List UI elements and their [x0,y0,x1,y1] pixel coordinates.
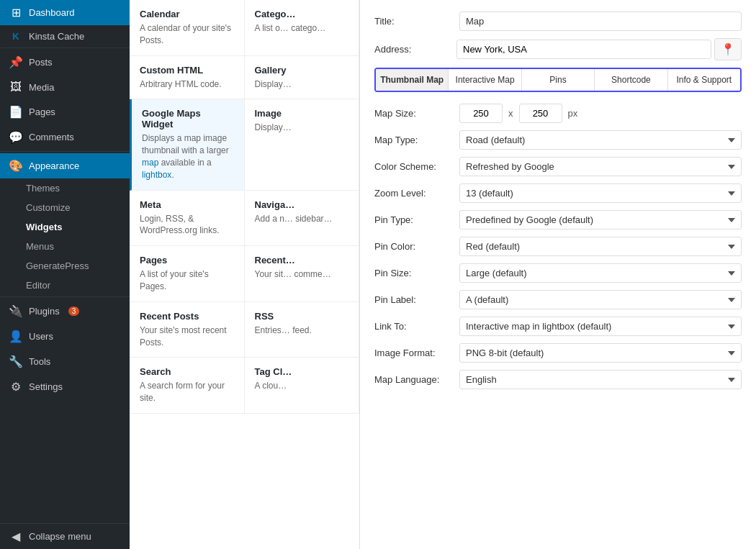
media-icon: 🖼 [9,81,23,94]
sidebar-item-users[interactable]: 👤 Users [0,324,130,349]
color-scheme-label: Color Scheme: [374,161,454,172]
size-x-separator: x [508,108,513,119]
title-label: Title: [374,16,454,27]
map-type-row: Map Type: Road (default) Satellite Terra… [374,130,742,150]
widget-rss[interactable]: RSS Entries… feed. [245,302,360,358]
widget-recent-posts[interactable]: Recent Posts Your site's most recent Pos… [130,302,245,358]
address-row: Address: 📍 [374,38,742,60]
plugins-icon: 🔌 [9,304,23,318]
address-input[interactable] [456,40,711,59]
tab-info-support[interactable]: Info & Support [668,69,740,91]
widget-recent-comments[interactable]: Recent… Your sit… comme… [245,246,360,302]
image-format-label: Image Format: [374,348,454,358]
pin-type-label: Pin Type: [374,214,454,225]
sidebar-collapse[interactable]: ◀ Collapse menu [0,524,130,549]
pin-label-label: Pin Label: [374,294,454,305]
collapse-icon: ◀ [9,530,23,543]
comments-icon: 💬 [9,130,23,144]
pin-type-row: Pin Type: Predefined by Google (default)… [374,210,742,230]
link-to-label: Link To: [374,321,454,332]
kinsta-icon: K [9,31,23,42]
map-type-label: Map Type: [374,135,454,145]
sidebar-item-posts[interactable]: 📌 Posts [0,50,130,75]
sidebar-sub-widgets[interactable]: Widgets [0,217,130,237]
title-row: Title: [374,12,742,31]
widget-image[interactable]: Image Display… [245,99,360,190]
widget-search[interactable]: Search A search form for your site. [130,358,245,414]
widget-custom-html[interactable]: Custom HTML Arbitrary HTML code. [130,56,245,100]
pin-size-select[interactable]: Large (default) Small Medium [459,263,742,283]
tab-bar: Thumbnail Map Interactive Map Pins Short… [374,68,742,92]
sidebar-sub-editor[interactable]: Editor [0,276,130,295]
color-scheme-row: Color Scheme: Refreshed by Google Classi… [374,157,742,176]
tab-thumbnail-map[interactable]: Thumbnail Map [376,69,449,91]
sidebar: ⊞ Dashboard K Kinsta Cache 📌 Posts 🖼 Med… [0,0,130,549]
pin-color-row: Pin Color: Red (default) Blue Green Yell… [374,237,742,256]
size-px-label: px [568,108,578,119]
widget-list: Calendar A calendar of your site's Posts… [130,0,360,549]
zoom-level-row: Zoom Level: 13 (default) 1 5 10 15 20 [374,183,742,203]
image-format-row: Image Format: PNG 8-bit (default) JPEG P… [374,343,742,363]
map-height-input[interactable] [519,104,562,123]
widget-grid: Calendar A calendar of your site's Posts… [130,0,359,414]
map-language-label: Map Language: [374,374,454,385]
sidebar-item-settings[interactable]: ⚙ Settings [0,374,130,399]
widget-calendar[interactable]: Calendar A calendar of your site's Posts… [130,0,245,56]
pin-color-select[interactable]: Red (default) Blue Green Yellow [459,237,742,256]
map-size-label: Map Size: [374,108,454,119]
color-scheme-select[interactable]: Refreshed by Google Classic Dark [459,157,742,176]
sidebar-item-comments[interactable]: 💬 Comments [0,124,130,150]
sidebar-item-pages[interactable]: 📄 Pages [0,99,130,124]
settings-icon: ⚙ [9,380,23,394]
sidebar-sub-themes[interactable]: Themes [0,178,130,198]
sidebar-sub-generatepress[interactable]: GeneratePress [0,256,130,276]
dashboard-icon: ⊞ [9,6,23,19]
widget-meta[interactable]: Meta Login, RSS, & WordPress.org links. [130,191,245,247]
widget-google-maps[interactable]: Google Maps Widget Displays a map image … [130,99,245,190]
pin-type-select[interactable]: Predefined by Google (default) Custom [459,210,742,230]
zoom-level-select[interactable]: 13 (default) 1 5 10 15 20 [459,183,742,203]
title-input[interactable] [459,12,742,31]
sidebar-item-tools[interactable]: 🔧 Tools [0,349,130,374]
widget-navigation[interactable]: Naviga… Add a n… sidebar… [245,191,360,247]
map-language-row: Map Language: English Spanish French Ger… [374,370,742,389]
sidebar-item-dashboard[interactable]: ⊞ Dashboard [0,0,130,25]
users-icon: 👤 [9,330,23,343]
pin-color-label: Pin Color: [374,241,454,252]
map-size-row: Map Size: x px [374,104,742,123]
posts-icon: 📌 [9,55,23,69]
location-button[interactable]: 📍 [714,38,742,60]
pin-label-row: Pin Label: A (default) B C [374,290,742,309]
widget-pages[interactable]: Pages A list of your site's Pages. [130,246,245,302]
pin-size-row: Pin Size: Large (default) Small Medium [374,263,742,283]
widget-tag-cloud[interactable]: Tag Cl… A clou… [245,358,360,414]
link-to-row: Link To: Interactive map in lightbox (de… [374,317,742,336]
map-width-input[interactable] [459,104,503,123]
sidebar-sub-menus[interactable]: Menus [0,237,130,256]
sidebar-item-kinsta-cache[interactable]: K Kinsta Cache [0,25,130,47]
tab-interactive-map[interactable]: Interactive Map [449,69,521,91]
pin-label-select[interactable]: A (default) B C [459,290,742,309]
sidebar-item-plugins[interactable]: 🔌 Plugins 3 [0,299,130,324]
address-label: Address: [374,44,454,55]
widget-gallery[interactable]: Gallery Display… [245,56,360,100]
main-area: Calendar A calendar of your site's Posts… [130,0,756,549]
tab-shortcode[interactable]: Shortcode [595,69,667,91]
tab-pins[interactable]: Pins [522,69,595,91]
zoom-level-label: Zoom Level: [374,188,454,199]
config-panel: Title: Address: 📍 Thumbnail Map Interact… [360,0,756,549]
sidebar-sub-customize[interactable]: Customize [0,198,130,217]
pages-icon: 📄 [9,105,23,119]
pin-size-label: Pin Size: [374,268,454,278]
widget-catego[interactable]: Catego… A list o… catego… [245,0,360,56]
plugins-badge: 3 [68,307,80,316]
sidebar-item-appearance[interactable]: 🎨 Appearance [0,153,130,178]
sidebar-item-media[interactable]: 🖼 Media [0,75,130,99]
map-language-select[interactable]: English Spanish French German [459,370,742,389]
image-format-select[interactable]: PNG 8-bit (default) JPEG PNG 32-bit [459,343,742,363]
link-to-select[interactable]: Interactive map in lightbox (default) No… [459,317,742,336]
map-type-select[interactable]: Road (default) Satellite Terrain Hybrid [459,130,742,150]
tools-icon: 🔧 [9,355,23,368]
appearance-icon: 🎨 [9,159,23,173]
